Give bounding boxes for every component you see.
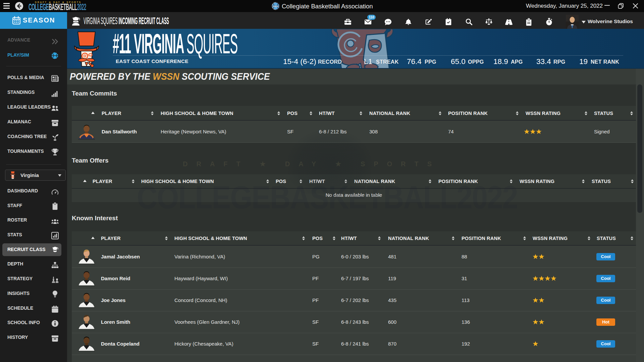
svg-text:DDSCB: DDSCB [273, 6, 279, 7]
